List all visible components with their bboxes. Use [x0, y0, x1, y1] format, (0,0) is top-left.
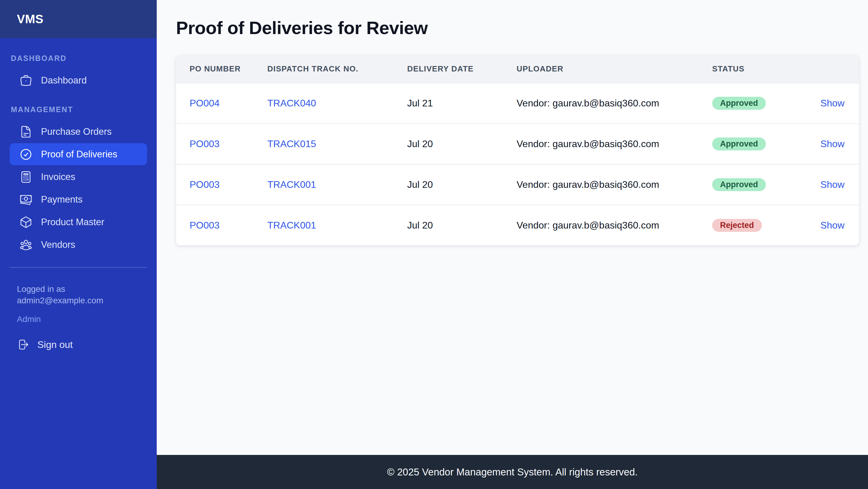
- page-title: Proof of Deliveries for Review: [176, 18, 859, 38]
- show-link[interactable]: Show: [820, 220, 844, 231]
- show-link[interactable]: Show: [820, 179, 844, 190]
- deliveries-table: PO NUMBERDISPATCH TRACK NO.DELIVERY DATE…: [176, 55, 859, 245]
- nav-section-dashboard: DASHBOARDDashboard: [10, 54, 147, 91]
- dispatch-track-link[interactable]: TRACK015: [267, 139, 316, 149]
- uploader-cell: Vendor: gaurav.b@basiq360.com: [517, 205, 712, 245]
- app-footer: © 2025 Vendor Management System. All rig…: [157, 455, 868, 489]
- po-number-link[interactable]: PO003: [190, 220, 220, 231]
- sidebar-item-payments[interactable]: Payments: [10, 188, 147, 210]
- banknotes-icon: [19, 193, 33, 206]
- po-number-link[interactable]: PO003: [190, 139, 220, 149]
- logged-in-label: Logged in as: [17, 283, 140, 295]
- calculator-icon: [19, 170, 33, 184]
- show-link[interactable]: Show: [820, 98, 844, 109]
- nav-section-management: MANAGEMENTPurchase OrdersProof of Delive…: [10, 105, 147, 256]
- status-badge: Approved: [712, 97, 766, 110]
- status-badge: Approved: [712, 178, 766, 191]
- column-header-dispatch-track-no: DISPATCH TRACK NO.: [267, 55, 407, 83]
- sidebar: VMS DASHBOARDDashboardMANAGEMENTPurchase…: [0, 0, 157, 489]
- table-header: PO NUMBERDISPATCH TRACK NO.DELIVERY DATE…: [176, 55, 859, 83]
- sign-out-label: Sign out: [37, 339, 73, 350]
- column-header-actions: [812, 55, 859, 83]
- sidebar-item-label: Payments: [41, 194, 83, 205]
- dispatch-track-link[interactable]: TRACK001: [267, 220, 316, 231]
- sidebar-item-proof-of-deliveries[interactable]: Proof of Deliveries: [10, 143, 147, 165]
- uploader-cell: Vendor: gaurav.b@basiq360.com: [517, 164, 712, 205]
- uploader-cell: Vendor: gaurav.b@basiq360.com: [517, 83, 712, 124]
- sidebar-item-dashboard[interactable]: Dashboard: [10, 69, 147, 91]
- sidebar-item-label: Dashboard: [41, 75, 87, 86]
- sidebar-header: VMS: [0, 0, 157, 38]
- table-row: PO003TRACK001Jul 20Vendor: gaurav.b@basi…: [176, 205, 859, 245]
- delivery-date-cell: Jul 20: [407, 164, 517, 205]
- main-content: Proof of Deliveries for Review PO NUMBER…: [157, 0, 868, 455]
- column-header-status: STATUS: [712, 55, 812, 83]
- nav-section-label: MANAGEMENT: [11, 105, 146, 114]
- dispatch-track-link[interactable]: TRACK001: [267, 179, 316, 190]
- sidebar-item-label: Invoices: [41, 172, 75, 182]
- user-role: Admin: [17, 314, 140, 324]
- sidebar-item-invoices[interactable]: Invoices: [10, 166, 147, 188]
- cube-icon: [19, 216, 33, 229]
- sidebar-item-product-master[interactable]: Product Master: [10, 211, 147, 233]
- delivery-date-cell: Jul 20: [407, 124, 517, 164]
- nav-section-label: DASHBOARD: [11, 54, 146, 63]
- briefcase-icon: [19, 74, 33, 87]
- show-link[interactable]: Show: [820, 139, 844, 149]
- logout-icon: [17, 339, 29, 350]
- sidebar-item-purchase-orders[interactable]: Purchase Orders: [10, 121, 147, 143]
- sign-out-button[interactable]: Sign out: [17, 339, 140, 350]
- deliveries-table-card: PO NUMBERDISPATCH TRACK NO.DELIVERY DATE…: [176, 55, 859, 245]
- uploader-cell: Vendor: gaurav.b@basiq360.com: [517, 124, 712, 164]
- delivery-date-cell: Jul 21: [407, 83, 517, 124]
- sidebar-item-label: Product Master: [41, 217, 104, 227]
- document-text-icon: [19, 125, 33, 139]
- sidebar-item-label: Purchase Orders: [41, 126, 112, 137]
- app-logo: VMS: [17, 12, 43, 26]
- logged-in-email: admin2@example.com: [17, 295, 140, 306]
- dispatch-track-link[interactable]: TRACK040: [267, 98, 316, 109]
- check-circle-icon: [19, 148, 33, 161]
- sidebar-user-panel: Logged in as admin2@example.com Admin Si…: [10, 267, 147, 350]
- sidebar-item-label: Vendors: [41, 239, 75, 250]
- po-number-link[interactable]: PO003: [190, 179, 220, 190]
- sidebar-item-vendors[interactable]: Vendors: [10, 234, 147, 256]
- sidebar-item-label: Proof of Deliveries: [41, 149, 117, 160]
- logged-in-block: Logged in as admin2@example.com: [17, 283, 140, 306]
- status-badge: Rejected: [712, 219, 762, 232]
- table-row: PO003TRACK015Jul 20Vendor: gaurav.b@basi…: [176, 124, 859, 164]
- sidebar-nav: DASHBOARDDashboardMANAGEMENTPurchase Ord…: [0, 38, 157, 256]
- footer-text: © 2025 Vendor Management System. All rig…: [387, 466, 638, 478]
- users-icon: [19, 238, 33, 251]
- table-row: PO003TRACK001Jul 20Vendor: gaurav.b@basi…: [176, 164, 859, 205]
- main-column: Proof of Deliveries for Review PO NUMBER…: [157, 0, 868, 489]
- delivery-date-cell: Jul 20: [407, 205, 517, 245]
- column-header-uploader: UPLOADER: [517, 55, 712, 83]
- status-badge: Approved: [712, 137, 766, 150]
- column-header-po-number: PO NUMBER: [176, 55, 267, 83]
- po-number-link[interactable]: PO004: [190, 98, 220, 109]
- column-header-delivery-date: DELIVERY DATE: [407, 55, 517, 83]
- table-row: PO004TRACK040Jul 21Vendor: gaurav.b@basi…: [176, 83, 859, 124]
